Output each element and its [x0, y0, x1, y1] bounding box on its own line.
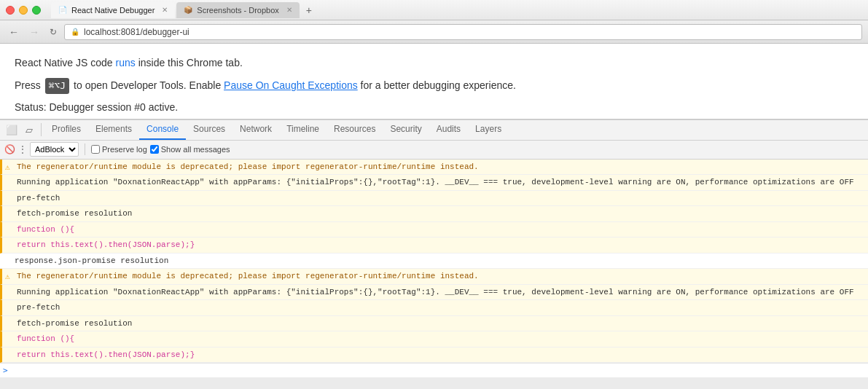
toolbar-separator: [41, 123, 42, 136]
browser-tabs: 📄 React Native Debugger ✕ 📦 Screenshots …: [51, 2, 862, 18]
traffic-lights: [6, 6, 41, 15]
log-entry-fetchprom2: fetch-promise resolution: [0, 316, 868, 332]
line2-end: for a better debugging experience.: [358, 79, 516, 91]
tab-debugger-label: React Native Debugger: [71, 6, 155, 15]
run2-text: Running application "DoxnationReactApp" …: [17, 288, 854, 296]
tab-timeline[interactable]: Timeline: [279, 119, 327, 140]
warn2-text: The regenerator/runtime module is deprec…: [17, 272, 479, 280]
title-bar: 📄 React Native Debugger ✕ 📦 Screenshots …: [0, 0, 868, 20]
line1-blue: runs: [116, 57, 136, 68]
prefetch1-text: pre-fetch: [17, 194, 60, 203]
fn2body-text: return this.text().then(JSON.parse);}: [17, 350, 195, 359]
reload-button[interactable]: ↻: [47, 25, 60, 39]
back-button[interactable]: ←: [6, 25, 22, 39]
fetchprom1-text: fetch-promise resolution: [17, 209, 132, 218]
log-entry-warn2: ⚠ The regenerator/runtime module is depr…: [0, 269, 868, 285]
filter-icon[interactable]: 🚫: [4, 144, 15, 154]
maximize-button[interactable]: [32, 6, 41, 15]
status-text: Status: Debugger session #0 active.: [15, 101, 178, 113]
tab-elements[interactable]: Elements: [88, 119, 139, 140]
line1-before: React Native JS code: [15, 57, 116, 68]
fn1-text: function (){: [17, 225, 74, 234]
tab-resources[interactable]: Resources: [327, 119, 383, 140]
preserve-log-text: Preserve log: [102, 145, 147, 154]
warning-icon-2: ⚠: [5, 271, 10, 283]
log-entry-fn2body: return this.text().then(JSON.parse);}: [0, 347, 868, 364]
page-content: React Native JS code runs inside this Ch…: [0, 44, 868, 119]
tab-debugger-icon: 📄: [58, 6, 67, 14]
log-entry-fn2: function (){: [0, 331, 868, 347]
tab-debugger[interactable]: 📄 React Native Debugger ✕: [51, 2, 175, 18]
console-input-row: >: [0, 363, 868, 377]
page-line-1: React Native JS code runs inside this Ch…: [15, 55, 853, 71]
funnel-icon[interactable]: ⋮: [18, 144, 27, 154]
line1-after: inside this Chrome tab.: [136, 57, 243, 68]
tab-profiles[interactable]: Profiles: [44, 119, 88, 140]
fn2-text: function (){: [17, 334, 74, 343]
tab-console[interactable]: Console: [139, 119, 186, 140]
preserve-log-checkbox[interactable]: [91, 145, 100, 154]
line2-before: Press: [15, 79, 44, 91]
nav-bar: ← → ↻ 🔒 localhost:8081/debugger-ui: [0, 20, 868, 44]
fetchprom2-text: fetch-promise resolution: [17, 319, 132, 328]
line2-after: to open Developer Tools. Enable: [71, 79, 224, 91]
devtools-toolbar: ⬜ ▱ Profiles Elements Console Sources Ne…: [0, 120, 868, 141]
status-line: Status: Debugger session #0 active.: [15, 101, 853, 113]
pause-exceptions-link[interactable]: Pause On Caught Exceptions: [224, 79, 358, 91]
preserve-log-label[interactable]: Preserve log: [91, 145, 147, 154]
keyboard-shortcut: ⌘⌥J: [45, 78, 69, 94]
devtools-panel: ⬜ ▱ Profiles Elements Console Sources Ne…: [0, 119, 868, 378]
address-url: localhost:8081/debugger-ui: [84, 27, 189, 37]
dock-icon-button[interactable]: ⬜: [3, 121, 20, 138]
tab-layers[interactable]: Layers: [468, 119, 509, 140]
log-entry-run1: Running application "DoxnationReactApp" …: [0, 175, 868, 191]
tab-security[interactable]: Security: [383, 119, 429, 140]
address-bar[interactable]: 🔒 localhost:8081/debugger-ui: [64, 24, 862, 40]
log-entry-warn1: ⚠ The regenerator/runtime module is depr…: [0, 160, 868, 176]
console-input[interactable]: [11, 366, 865, 375]
minimize-button[interactable]: [19, 6, 28, 15]
page-line-2: Press ⌘⌥J to open Developer Tools. Enabl…: [15, 78, 853, 94]
log-entry-fetchprom1: fetch-promise resolution: [0, 206, 868, 222]
log-entry-fn1: function (){: [0, 222, 868, 238]
warning-icon: ⚠: [5, 162, 10, 174]
devtools-nav-tabs: Profiles Elements Console Sources Networ…: [44, 119, 509, 140]
show-all-messages-checkbox[interactable]: [150, 145, 159, 154]
forward-button[interactable]: →: [26, 25, 42, 39]
prefetch2-text: pre-fetch: [17, 303, 60, 312]
tab-audits[interactable]: Audits: [429, 119, 468, 140]
tab-dropbox-icon: 📦: [184, 6, 192, 14]
resp1-text: response.json-promise resolution: [15, 256, 168, 265]
close-button[interactable]: [6, 6, 15, 15]
tab-debugger-close[interactable]: ✕: [162, 6, 168, 14]
show-all-messages-label[interactable]: Show all messages: [150, 145, 230, 154]
tab-sources[interactable]: Sources: [186, 119, 232, 140]
warn1-text: The regenerator/runtime module is deprec…: [17, 162, 479, 171]
log-entry-fn1body: return this.text().then(JSON.parse);}: [0, 237, 868, 254]
new-tab-button[interactable]: +: [301, 2, 317, 18]
tab-dropbox-label: Screenshots - Dropbox: [197, 6, 279, 15]
adblock-select[interactable]: AdBlock: [30, 142, 79, 157]
console-toolbar: 🚫 ⋮ AdBlock Preserve log Show all messag…: [0, 141, 868, 160]
fn1body-text: return this.text().then(JSON.parse);}: [17, 240, 195, 249]
show-all-messages-text: Show all messages: [161, 145, 230, 154]
tab-network[interactable]: Network: [232, 119, 279, 140]
responsive-icon-button[interactable]: ▱: [20, 121, 38, 138]
console-prompt: >: [3, 366, 8, 375]
console-log: ⚠ The regenerator/runtime module is depr…: [0, 160, 868, 378]
run1-text: Running application "DoxnationReactApp" …: [17, 178, 854, 186]
tab-dropbox-close[interactable]: ✕: [286, 6, 292, 14]
log-entry-resp1: response.json-promise resolution: [0, 254, 868, 270]
log-entry-run2: Running application "DoxnationReactApp" …: [0, 285, 868, 301]
console-toolbar-sep: [85, 144, 85, 155]
tab-dropbox[interactable]: 📦 Screenshots - Dropbox ✕: [176, 2, 300, 18]
lock-icon: 🔒: [71, 28, 79, 36]
log-entry-prefetch1: pre-fetch: [0, 191, 868, 207]
log-entry-prefetch2: pre-fetch: [0, 300, 868, 316]
